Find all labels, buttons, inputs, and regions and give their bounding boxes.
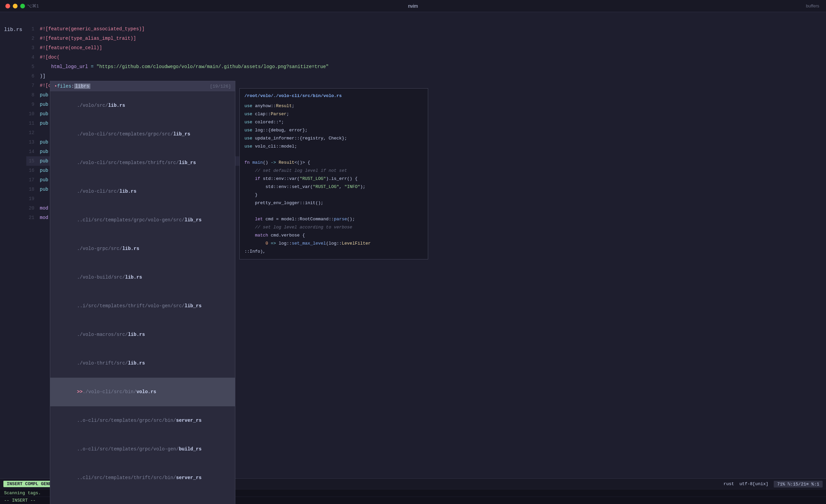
line-number: 4 xyxy=(26,53,40,62)
line-content: #![feature(type_alias_impl_trait)] xyxy=(40,34,329,43)
line-number: 8 xyxy=(26,90,40,100)
preview-line-17: match cmd.verbose { xyxy=(244,231,423,240)
close-button[interactable] xyxy=(5,4,10,8)
preview-line-6: use volo_cli::model; xyxy=(244,143,423,151)
ac-item-9[interactable]: ./volo-macros/src/lib.rs xyxy=(50,320,235,349)
autocomplete-count: [19/126] xyxy=(210,84,231,89)
line-content: #![doc( xyxy=(40,53,329,62)
preview-line-10: if std::env::var("RUST_LOG").is_err() { xyxy=(244,175,423,183)
line-content: )] xyxy=(40,71,329,81)
preview-line-2: use clap::Parser; xyxy=(244,110,423,118)
maximize-button[interactable] xyxy=(20,4,25,8)
autocomplete-popup[interactable]: •files:librs [19/126] ./volo/src/lib.rs … xyxy=(50,81,235,504)
language-badge: rust xyxy=(724,481,734,486)
preview-popup: /root/volo/./volo-cli/src/bin/volo.rs us… xyxy=(239,88,428,259)
preview-line-18: 0 => log::set_max_level(log::LevelFilter xyxy=(244,240,423,248)
line-number: 17 xyxy=(26,175,40,185)
ac-item-11-active[interactable]: >>./volo-cli/src/bin/volo.rs xyxy=(50,378,235,406)
window-title: nvim xyxy=(408,3,418,9)
insert-mode-text: -- INSERT -- xyxy=(4,498,36,503)
line-number: 18 xyxy=(26,185,40,194)
line-number: 21 xyxy=(26,213,40,222)
line-number: 16 xyxy=(26,166,40,175)
autocomplete-header: •files:librs [19/126] xyxy=(50,81,235,91)
ac-item-6[interactable]: ./volo-grpc/src/lib.rs xyxy=(50,234,235,263)
line-number: 2 xyxy=(26,34,40,43)
code-line-4: 4 #![doc( xyxy=(26,53,331,62)
preview-line-19: ::Info), xyxy=(244,248,423,256)
preview-line-16: // set log level according to verbose xyxy=(244,223,423,231)
editor: lib.rs 1 #![feature(generic_associated_t… xyxy=(0,24,826,496)
preview-path: /root/volo/./volo-cli/src/bin/volo.rs xyxy=(244,92,423,100)
code-line-3: 3 #![feature(once_cell)] xyxy=(26,43,331,53)
autocomplete-filter-label: •files:librs xyxy=(54,84,90,89)
ac-item-3[interactable]: ./volo-cli/src/templates/thrift/src/lib_… xyxy=(50,149,235,177)
code-line-6: 6 )] xyxy=(26,71,331,81)
ac-item-14[interactable]: ..cli/src/templates/thrift/src/bin/serve… xyxy=(50,464,235,492)
position-info: 71% ℕ:15/21≡ %:1 xyxy=(774,481,823,487)
preview-line-14 xyxy=(244,207,423,215)
line-number: 19 xyxy=(26,194,40,203)
minimize-button[interactable] xyxy=(13,4,18,8)
line-number: 13 xyxy=(26,137,40,147)
ac-item-5[interactable]: ..cli/src/templates/grpc/volo-gen/src/li… xyxy=(50,206,235,234)
ac-item-4[interactable]: ./volo-cli/src/lib.rs xyxy=(50,177,235,206)
ac-item-7[interactable]: ./volo-build/src/lib.rs xyxy=(50,263,235,292)
ac-item-12[interactable]: ..o-cli/src/templates/grpc/src/bin/serve… xyxy=(50,406,235,435)
line-number: 3 xyxy=(26,43,40,53)
line-number: 15 xyxy=(26,156,40,166)
line-content: #![feature(once_cell)] xyxy=(40,43,329,53)
line-number: 1 xyxy=(26,24,40,34)
ac-item-8[interactable]: ..i/src/templates/thrift/volo-gen/src/li… xyxy=(50,292,235,320)
line-number: 6 xyxy=(26,71,40,81)
code-line-5: 5 html_logo_url = "https://github.com/cl… xyxy=(26,62,331,71)
keyboard-shortcut: ⌥⌘1 xyxy=(27,3,39,8)
line-content: html_logo_url = "https://github.com/clou… xyxy=(40,62,329,71)
titlebar: ⌥⌘1 nvim buffers xyxy=(0,0,826,12)
preview-line-13: pretty_env_logger::init(); xyxy=(244,199,423,207)
preview-line-8: fn main() -> Result<()> { xyxy=(244,159,423,167)
code-line-1: 1 #![feature(generic_associated_types)] xyxy=(26,24,331,34)
preview-line-12: } xyxy=(244,191,423,199)
preview-line-1: use anyhow::Result; xyxy=(244,102,423,110)
ac-item-15[interactable]: ..cli/src/templates/thrift/volo-gen/buil… xyxy=(50,492,235,504)
preview-line-3: use colored::*; xyxy=(244,118,423,126)
line-number: 7 xyxy=(26,81,40,90)
preview-line-5: use update_informer::{registry, Check}; xyxy=(244,134,423,143)
line-number: 10 xyxy=(26,109,40,119)
preview-line-11: std::env::set_var("RUST_LOG", "INFO"); xyxy=(244,183,423,191)
line-number: 20 xyxy=(26,203,40,213)
line-number: 5 xyxy=(26,62,40,71)
code-line-2: 2 #![feature(type_alias_impl_trait)] xyxy=(26,34,331,43)
preview-line-9: // set default log level if not set xyxy=(244,167,423,175)
line-number: 14 xyxy=(26,147,40,156)
window-controls xyxy=(5,4,25,8)
encoding-badge: utf-8[unix] xyxy=(739,481,768,486)
file-title: lib.rs xyxy=(0,24,26,496)
line-number: 12 xyxy=(26,128,40,137)
preview-line-4: use log::{debug, error}; xyxy=(244,126,423,134)
scanning-text: Scanning tags. xyxy=(4,491,41,496)
ac-item-10[interactable]: ./volo-thrift/src/lib.rs xyxy=(50,349,235,378)
line-number: 11 xyxy=(26,119,40,128)
preview-line-15: let cmd = model::RootCommand::parse(); xyxy=(244,215,423,223)
buffers-label[interactable]: buffers xyxy=(806,3,819,8)
ac-item-13[interactable]: ..o-cli/src/templates/grpc/volo-gen/buil… xyxy=(50,435,235,464)
line-number: 9 xyxy=(26,100,40,109)
ac-item-1[interactable]: ./volo/src/lib.rs xyxy=(50,91,235,120)
preview-line-7 xyxy=(244,151,423,159)
line-content: #![feature(generic_associated_types)] xyxy=(40,24,329,34)
ac-item-2[interactable]: ./volo-cli/src/templates/grpc/src/lib_rs xyxy=(50,120,235,149)
